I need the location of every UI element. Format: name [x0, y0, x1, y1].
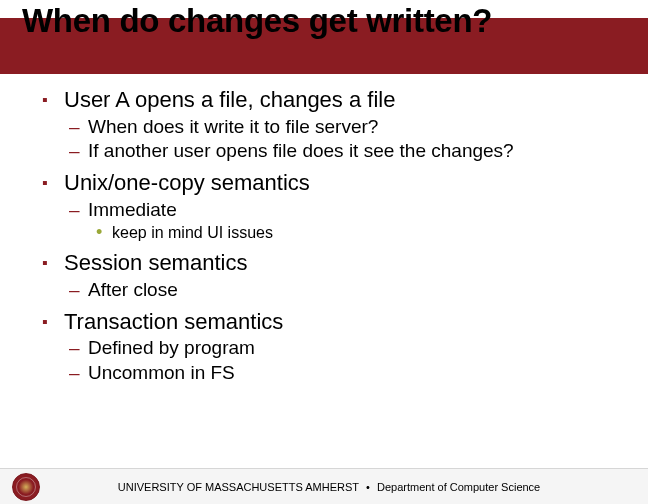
slide-footer: UNIVERSITY OF MASSACHUSETTS AMHERST • De… — [0, 468, 648, 504]
footer-separator: • — [366, 481, 370, 493]
sub-bullet-item: When does it write it to file server? — [42, 115, 620, 139]
sub-sub-bullet-item: keep in mind UI issues — [42, 223, 620, 243]
bullet-item: User A opens a file, changes a file — [42, 86, 620, 114]
sub-bullet-item: Defined by program — [42, 336, 620, 360]
slide-title: When do changes get written? — [22, 2, 492, 40]
sub-bullet-item: Immediate — [42, 198, 620, 222]
sub-bullet-item: Uncommon in FS — [42, 361, 620, 385]
footer-department: Department of Computer Science — [377, 481, 540, 493]
slide-content: User A opens a file, changes a file When… — [0, 80, 648, 385]
bullet-item: Transaction semantics — [42, 308, 620, 336]
sub-bullet-item: If another user opens file does it see t… — [42, 139, 620, 163]
bullet-item: Unix/one-copy semantics — [42, 169, 620, 197]
footer-university: UNIVERSITY OF MASSACHUSETTS AMHERST — [118, 481, 359, 493]
footer-text: UNIVERSITY OF MASSACHUSETTS AMHERST • De… — [40, 481, 648, 493]
sub-bullet-item: After close — [42, 278, 620, 302]
bullet-item: Session semantics — [42, 249, 620, 277]
university-seal-icon — [12, 473, 40, 501]
